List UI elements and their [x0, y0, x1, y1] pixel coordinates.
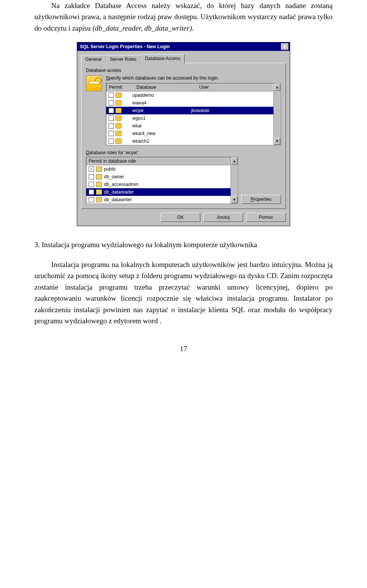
table-row[interactable]: wkar4_new	[106, 130, 273, 137]
tab-panel: Database access Specify which databases …	[81, 63, 286, 209]
page-number: 17	[34, 345, 333, 353]
permit-checkbox[interactable]	[109, 93, 114, 98]
db-name: wawa4	[131, 100, 190, 106]
table-row[interactable]: wawa4	[106, 99, 273, 107]
list-item[interactable]: ✓db_datareader	[86, 188, 231, 196]
tab-strip: General Server Roles Database Access	[81, 54, 286, 63]
role-checkbox[interactable]	[89, 197, 94, 202]
role-name: public	[104, 166, 116, 172]
database-icon	[115, 108, 122, 113]
db-name: wcyw	[131, 108, 190, 113]
roles-list: Permit in database role ✓publicdb_ownerd…	[86, 157, 231, 204]
scroll-up-icon[interactable]: ▲	[274, 84, 280, 91]
table-row[interactable]: wgos1	[106, 114, 273, 122]
paragraph-2: Instalacja programu na lokalnych kompute…	[34, 259, 333, 327]
lock-icon	[86, 75, 102, 91]
role-icon	[96, 182, 102, 187]
db-name: upaddemo	[131, 93, 190, 98]
list-item[interactable]: db_datawriter	[86, 196, 231, 204]
permit-checkbox[interactable]	[109, 100, 114, 106]
role-name: db_datawriter	[104, 197, 132, 202]
database-list: Permit Database User upaddemowawa4✓wcywj…	[106, 83, 281, 145]
dialog-window: SQL Server Login Properties - New Login …	[77, 42, 290, 226]
p2-text: Instalacja programu na lokalnych kompute…	[34, 261, 333, 325]
db-name: wkar	[131, 123, 190, 129]
db-name: wkar4_new	[131, 131, 190, 136]
dialog-button-row: OK Anuluj Pomoc	[81, 213, 286, 222]
database-icon	[115, 116, 122, 121]
scroll-up-icon[interactable]: ▲	[231, 158, 237, 165]
permit-checkbox[interactable]	[109, 116, 114, 121]
screenshot-container: SQL Server Login Properties - New Login …	[34, 42, 333, 226]
scroll-down-icon[interactable]: ▼	[274, 138, 280, 145]
role-checkbox[interactable]: ✓	[89, 189, 94, 195]
window-title: SQL Server Login Properties - New Login	[78, 44, 170, 49]
role-icon	[96, 166, 102, 172]
tab-database-access[interactable]: Database Access	[141, 54, 185, 64]
table-row[interactable]: ✓wcywjkowalski	[106, 107, 273, 114]
db-scrollbar[interactable]: ▲ ▼	[274, 83, 281, 145]
scroll-down-icon[interactable]: ▼	[231, 196, 237, 203]
p1-b: (db_data_reader, db_data_writer).	[93, 24, 194, 32]
cancel-button[interactable]: Anuluj	[203, 213, 243, 222]
tab-server-roles[interactable]: Server Roles	[106, 55, 141, 64]
col-permit[interactable]: Permit	[106, 83, 134, 91]
db-list-header: Permit Database User	[106, 83, 273, 91]
role-checkbox[interactable]: ✓	[89, 166, 94, 172]
properties-button[interactable]: Properties	[241, 195, 281, 204]
role-checkbox[interactable]	[89, 182, 94, 187]
list-item[interactable]: db_owner	[86, 173, 231, 181]
role-icon	[96, 197, 102, 202]
properties-label: roperties	[254, 197, 272, 202]
col-user[interactable]: User	[196, 83, 273, 91]
role-icon	[96, 189, 102, 195]
paragraph-1: Na zakładce Database Access należy wskaz…	[34, 0, 333, 34]
role-checkbox[interactable]	[89, 174, 94, 179]
database-icon	[115, 93, 122, 98]
table-row[interactable]: upaddemo	[106, 91, 273, 99]
roles-scrollbar[interactable]: ▲ ▼	[231, 157, 238, 204]
list-item[interactable]: db_accessadmin	[86, 181, 231, 188]
role-name: db_accessadmin	[104, 182, 138, 187]
specify-text: Specify which databases can be accessed …	[106, 75, 281, 81]
list-item[interactable]: ✓public	[86, 165, 231, 173]
roles-header[interactable]: Permit in database role	[86, 157, 231, 165]
role-name: db_datareader	[104, 189, 134, 195]
table-row[interactable]: wkar	[106, 122, 273, 130]
role-icon	[96, 174, 102, 179]
help-button[interactable]: Pomoc	[246, 213, 286, 222]
section-heading: 3. Instalacja programu wydziałowego na l…	[34, 239, 333, 250]
table-row[interactable]: wkarch2	[106, 137, 273, 145]
permit-checkbox[interactable]	[109, 138, 114, 144]
permit-checkbox[interactable]	[109, 123, 114, 129]
col-database[interactable]: Database	[134, 83, 196, 91]
permit-checkbox[interactable]	[109, 131, 114, 136]
permit-checkbox[interactable]: ✓	[109, 108, 114, 113]
database-icon	[115, 100, 122, 106]
tab-general[interactable]: General	[81, 55, 106, 64]
db-name: wkarch2	[131, 138, 190, 144]
database-icon	[115, 138, 122, 144]
database-icon	[115, 123, 122, 129]
db-user: jkowalski	[190, 108, 273, 113]
db-name: wgos1	[131, 116, 190, 121]
close-icon[interactable]: X	[281, 43, 289, 50]
ok-button[interactable]: OK	[161, 213, 200, 222]
section-label: Database access	[86, 68, 281, 73]
database-icon	[115, 131, 122, 136]
roles-label: Database roles for 'wcyw':	[86, 150, 281, 155]
titlebar[interactable]: SQL Server Login Properties - New Login …	[77, 42, 290, 51]
role-name: db_owner	[104, 174, 124, 179]
